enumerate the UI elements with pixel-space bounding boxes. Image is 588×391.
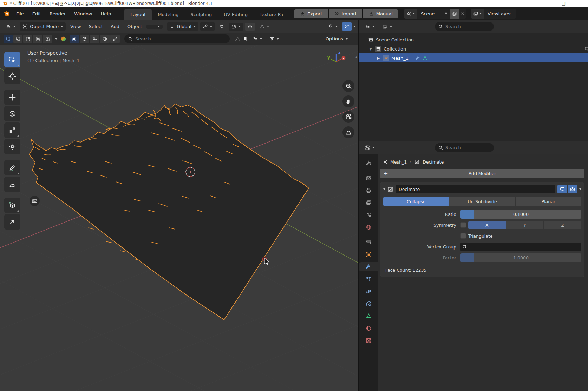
tab-texture[interactable] xyxy=(361,336,375,345)
tool-select-box[interactable] xyxy=(4,52,20,67)
tab-material[interactable] xyxy=(361,324,375,333)
menu-render[interactable]: Render xyxy=(45,11,70,16)
visibility-selector[interactable] xyxy=(325,22,340,31)
tool-cursor[interactable] xyxy=(4,68,20,84)
sidebar-collapse-arrow[interactable]: ‹ xyxy=(355,54,358,60)
scene-unlink-button[interactable] xyxy=(459,12,466,16)
falloff-small-icon[interactable] xyxy=(235,36,241,42)
tab-view-layer[interactable] xyxy=(361,198,375,207)
menu-window[interactable]: Window xyxy=(70,11,96,16)
menu-object[interactable]: Object xyxy=(124,22,145,31)
snap-toggle[interactable] xyxy=(216,22,227,31)
pan-hand-button[interactable] xyxy=(342,95,354,107)
empty-dropdown[interactable] xyxy=(146,25,163,29)
display-render-toggle[interactable] xyxy=(568,185,577,193)
tool-measure[interactable] xyxy=(4,177,20,192)
minimize-button[interactable]: — xyxy=(545,1,550,6)
scene-browse-button[interactable] xyxy=(404,9,417,19)
manual-button[interactable]: Manual xyxy=(363,9,398,18)
outliner-display-mode-button[interactable] xyxy=(379,22,395,31)
tab-particles[interactable] xyxy=(361,274,375,284)
outliner-row-collection[interactable]: ▼ Collection xyxy=(359,44,588,53)
viewlayer-browse-button[interactable] xyxy=(471,9,484,19)
tab-layout[interactable]: Layout xyxy=(124,9,152,20)
gizmos-toggle[interactable] xyxy=(342,22,352,31)
proportional-edit-toggle[interactable] xyxy=(245,23,255,31)
viewlayer-name[interactable]: ViewLayer xyxy=(484,11,516,16)
outliner-editor-type-button[interactable] xyxy=(362,22,377,31)
tool-search-input[interactable] xyxy=(135,36,226,41)
tool-transform[interactable] xyxy=(4,139,20,154)
snap-target-selector[interactable] xyxy=(229,23,243,31)
tool-extra[interactable] xyxy=(4,214,20,230)
breadcrumb-object[interactable]: Mesh_1 xyxy=(390,159,407,165)
outliner-row-mesh1[interactable]: ▶ Mesh_1 xyxy=(359,53,588,62)
tab-world[interactable] xyxy=(361,223,375,232)
mode-selector[interactable]: Object Mode xyxy=(20,22,66,31)
orthographic-toggle-button[interactable] xyxy=(342,126,354,138)
tab-scene[interactable] xyxy=(361,210,375,219)
triangulate-checkbox[interactable] xyxy=(460,233,466,239)
properties-editor-type-button[interactable] xyxy=(362,144,377,152)
modifier-extras-menu[interactable] xyxy=(579,188,581,190)
properties-search[interactable] xyxy=(435,143,494,152)
tab-physics[interactable] xyxy=(361,287,375,296)
import-button[interactable]: Import xyxy=(329,9,362,18)
viewport-canvas[interactable] xyxy=(0,45,358,391)
tab-output[interactable] xyxy=(361,186,375,195)
editor-type-button[interactable] xyxy=(3,22,18,31)
tool-annotate[interactable] xyxy=(4,160,20,175)
tab-uv-editing[interactable]: UV Editing xyxy=(218,9,254,20)
filter-world-icon[interactable] xyxy=(100,35,110,43)
axis-y-button[interactable]: Y xyxy=(506,221,544,229)
select-mode-invert[interactable] xyxy=(33,35,42,43)
modifier-wrench-icon[interactable] xyxy=(416,55,420,60)
tab-collection[interactable] xyxy=(361,238,375,247)
zoom-button[interactable] xyxy=(342,80,354,92)
proportional-falloff-selector[interactable] xyxy=(257,22,272,31)
tab-object-data[interactable] xyxy=(361,311,375,320)
filter-brush-icon[interactable] xyxy=(110,35,120,43)
expand-caret-icon[interactable]: ▼ xyxy=(368,47,373,51)
viewport-overlay-toggle-button[interactable] xyxy=(30,196,40,206)
tab-render[interactable] xyxy=(361,173,375,183)
add-modifier-button[interactable]: + Add Modifier xyxy=(380,169,584,178)
mode-unsubdivide-button[interactable]: Un-Subdivide xyxy=(449,197,515,206)
transform-orientation-selector[interactable]: Global xyxy=(167,22,198,31)
display-viewport-toggle[interactable] xyxy=(557,185,567,193)
mode-collapse-button[interactable]: Collapse xyxy=(383,197,449,206)
tool-move[interactable] xyxy=(4,90,20,105)
symmetry-checkbox[interactable] xyxy=(460,222,466,228)
tab-modifiers[interactable] xyxy=(359,262,378,271)
menu-view[interactable]: View xyxy=(67,22,84,31)
menu-file[interactable]: File xyxy=(12,11,28,16)
tool-scale[interactable] xyxy=(4,122,20,138)
outliner-search[interactable] xyxy=(435,22,494,31)
filter-dropdown[interactable] xyxy=(267,35,282,43)
export-button[interactable]: Export xyxy=(294,9,328,18)
tab-tool[interactable] xyxy=(361,158,375,167)
modifier-name-field[interactable] xyxy=(396,185,555,193)
tab-modeling[interactable]: Modeling xyxy=(152,9,184,20)
gizmos-dropdown[interactable] xyxy=(353,26,355,27)
options-button[interactable]: Options xyxy=(321,34,352,43)
tab-texture-paint[interactable]: Texture Pa xyxy=(254,9,289,20)
scene-name[interactable]: Scene xyxy=(417,11,442,16)
ratio-slider[interactable]: 0.1000 xyxy=(460,210,581,219)
bookmark-icon[interactable] xyxy=(242,36,248,42)
menu-add[interactable]: Add xyxy=(107,22,123,31)
mesh-data-icon[interactable] xyxy=(423,55,427,60)
pivot-point-selector[interactable] xyxy=(200,22,215,31)
filter-object-icon[interactable] xyxy=(70,35,79,43)
blender-menu-icon[interactable] xyxy=(4,10,11,17)
scene-pin-icon[interactable] xyxy=(442,11,450,16)
tab-constraints[interactable] xyxy=(361,299,375,308)
select-mode-intersect[interactable] xyxy=(43,35,52,43)
terrain-mesh[interactable] xyxy=(29,104,309,320)
mode-planar-button[interactable]: Planar xyxy=(516,197,581,206)
material-ball-icon[interactable] xyxy=(60,36,66,42)
menu-select[interactable]: Select xyxy=(86,22,106,31)
select-mode-extend[interactable] xyxy=(13,35,22,43)
filter-scene-icon[interactable] xyxy=(90,35,99,43)
axis-x-button[interactable]: X xyxy=(468,221,506,229)
